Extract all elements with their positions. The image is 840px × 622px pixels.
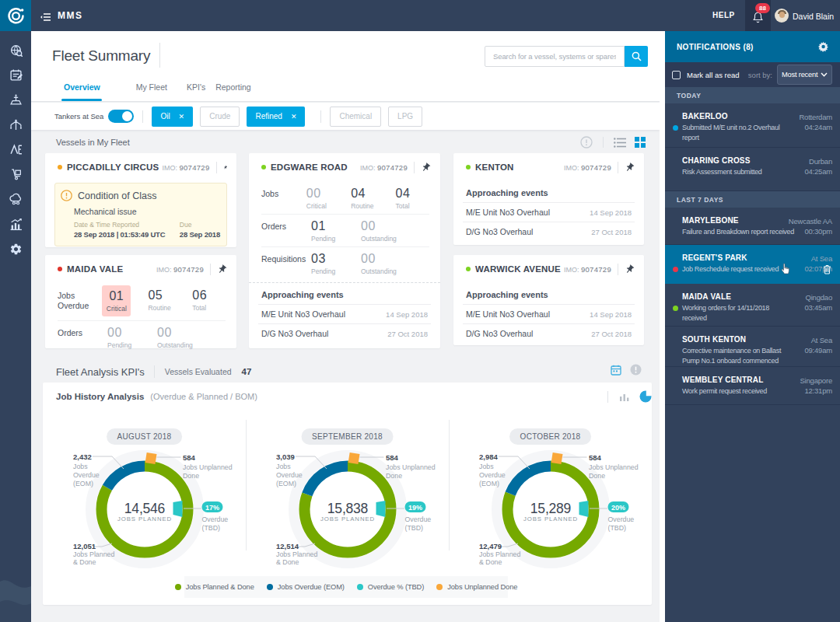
scrollbar-track[interactable] — [660, 31, 665, 622]
sidebar-item-settings[interactable] — [0, 236, 31, 261]
notification-item-south-kenton[interactable]: SOUTH KENTONCorrective maintenance on Ba… — [665, 327, 840, 367]
pin-icon[interactable] — [421, 162, 431, 173]
app-logo[interactable] — [0, 0, 31, 31]
approaching-events-title: Approaching events — [453, 283, 644, 304]
top-bar: MMS HELP 88 David Blain — [0, 0, 840, 31]
chip-remove-icon[interactable]: ✕ — [179, 113, 185, 121]
overdue-pct-value: 20% — [611, 504, 625, 512]
vessel-imo: IMO: 9074729 — [561, 163, 611, 172]
sidebar-item-planner[interactable] — [0, 62, 31, 87]
notification-item-regent-s-park[interactable]: REGENT'S PARKJob Reschedule request rece… — [665, 245, 840, 284]
filter-chip-crude[interactable]: Crude — [200, 107, 240, 127]
vessel-name: KENTON — [475, 162, 514, 172]
kpi-header-icons — [611, 364, 642, 376]
notification-message: Risk Assessment submitted — [682, 167, 795, 177]
chip-remove-icon[interactable]: ✕ — [291, 113, 297, 121]
chip-label: LPG — [397, 112, 413, 121]
sidebar-item-logistics[interactable] — [0, 162, 31, 187]
vessel-card-maida-vale[interactable]: MAIDA VALE IMO: 9074729 Jobs Overdue01Cr… — [45, 255, 236, 348]
sidebar-item-weather[interactable] — [0, 187, 31, 211]
vessel-card-edgware-road[interactable]: EDGWARE ROAD IMO: 9074729 Jobs00Critical… — [249, 153, 440, 348]
pie-chart-icon[interactable] — [639, 390, 652, 403]
pin-icon[interactable] — [217, 264, 227, 274]
notification-badge: 88 — [755, 3, 770, 13]
overdue-pct-label: Overdue — [607, 515, 634, 523]
legend-dot — [267, 584, 273, 590]
filter-chip-chemical[interactable]: Chemical — [330, 107, 381, 127]
kpi-section-header: Fleet Analysis KPI's Vessels Evaluated 4… — [56, 365, 251, 378]
legend-dot — [175, 584, 181, 590]
help-link[interactable]: HELP — [712, 11, 735, 19]
filter-chip-refined[interactable]: Refined✕ — [247, 107, 305, 127]
vessel-card-warwick-avenue[interactable]: WARWICK AVENUE IMO: 9074729 Approaching … — [453, 255, 644, 345]
vessel-card-kenton[interactable]: KENTON IMO: 9074729 Approaching events M… — [453, 153, 644, 245]
pin-icon[interactable] — [625, 162, 635, 173]
vessel-stats: Jobs Overdue01Critical05Routine06TotalOr… — [45, 283, 236, 353]
event-row: D/G No3 Overhaul27 Oct 2018 — [463, 222, 635, 241]
sidebar-item-crane[interactable] — [0, 112, 31, 137]
notifications-settings-icon[interactable] — [818, 41, 829, 52]
notification-item-maida-vale[interactable]: MAIDA VALEWorking orders for 14/11/2018 … — [665, 284, 840, 327]
mark-all-checkbox[interactable] — [672, 71, 681, 79]
grid-view-icon[interactable] — [635, 137, 646, 148]
stat-total: 06Total — [192, 288, 236, 312]
stat-outstanding: 00Outstanding — [361, 252, 411, 275]
notification-item-bakerloo[interactable]: BAKERLOOSubmitted M/E unit no.2 Overhaul… — [665, 103, 840, 148]
search-input[interactable] — [485, 46, 625, 67]
user-name[interactable]: David Blain — [793, 12, 834, 21]
calendar-icon[interactable] — [611, 365, 621, 376]
pin-icon[interactable] — [625, 264, 635, 274]
search-button[interactable] — [625, 46, 648, 67]
notification-item-wembley-central[interactable]: WEMBLEY CENTRALWork permit request recei… — [665, 367, 840, 405]
jobs-planned-label: JOBS PLANNED — [117, 515, 171, 522]
tab-my-fleet[interactable]: My Fleet — [136, 82, 167, 101]
logistics-icon — [9, 168, 23, 181]
stat-critical: 01Critical — [102, 285, 131, 316]
alert-subtitle: Mechanical issue — [74, 207, 220, 216]
vessel-card-piccadilly-circus[interactable]: PICCADILLY CIRCUS IMO: 9074729 Condition… — [45, 153, 236, 247]
menu-toggle-icon[interactable] — [40, 10, 51, 24]
stat-value: 05 — [148, 288, 192, 302]
stat-value: 03 — [311, 252, 361, 265]
unplanned-done-label: Jobs Unplanned — [183, 463, 233, 471]
tankers-toggle[interactable] — [108, 110, 134, 123]
vessel-name: MAIDA VALE — [67, 264, 123, 274]
sidebar-item-analytics[interactable] — [0, 211, 31, 236]
notification-item-charing-cross[interactable]: CHARING CROSSRisk Assessment submittedDu… — [665, 148, 840, 191]
sidebar-item-navigation[interactable] — [0, 137, 31, 162]
unread-dot — [673, 306, 678, 311]
mark-all-label: Mark all as read — [687, 71, 740, 79]
page-header: Fleet Summary Overview My Fleet KPI's Re… — [31, 31, 660, 102]
tab-kpis[interactable]: KPI's — [187, 82, 205, 101]
tab-overview[interactable]: Overview — [64, 82, 100, 101]
legend-label: Jobs Unplanned Done — [447, 583, 517, 591]
filter-chip-oil[interactable]: Oil✕ — [152, 107, 193, 127]
avatar[interactable] — [775, 9, 789, 23]
list-view-icon[interactable] — [614, 138, 626, 148]
notification-item-marylebone[interactable]: MARYLEBONEFailure and Breakdown report r… — [665, 208, 840, 245]
donut-chart-3: OCTOBER 20182,984JobsOverdue(EOM)584Jobs… — [453, 424, 648, 583]
filter-bar: Tankers at Sea Oil✕CrudeRefined✕Chemical… — [31, 103, 660, 130]
stat-label: Jobs — [261, 187, 306, 199]
sort-dropdown[interactable]: Most recent — [777, 65, 832, 85]
tab-reporting[interactable]: Reporting — [215, 82, 251, 101]
tab-bar: Overview My Fleet KPI's Reporting — [64, 82, 251, 101]
info-icon[interactable] — [580, 136, 593, 149]
sidebar-item-port[interactable] — [0, 87, 31, 112]
filter-chip-lpg[interactable]: LPG — [388, 107, 422, 127]
stat-value: 00 — [361, 252, 411, 265]
notifications-toggle[interactable]: 88 — [745, 0, 771, 31]
kpi-info-icon[interactable] — [630, 364, 642, 376]
bell-icon — [753, 12, 763, 23]
warning-icon — [61, 190, 72, 201]
vessels-section-title: Vessels in My Fleet — [56, 138, 130, 147]
bar-chart-icon[interactable] — [619, 392, 630, 402]
delete-notification-icon[interactable] — [823, 264, 831, 278]
sidebar-item-fleet-search[interactable] — [0, 37, 31, 62]
sidebar — [0, 31, 31, 622]
overdue-eom-label: Jobs — [479, 463, 494, 470]
unplanned-done-label: Done — [589, 472, 605, 480]
overdue-eom-label: Overdue — [276, 471, 303, 479]
pin-icon[interactable] — [223, 162, 227, 173]
imo: 9074729 — [179, 163, 209, 172]
